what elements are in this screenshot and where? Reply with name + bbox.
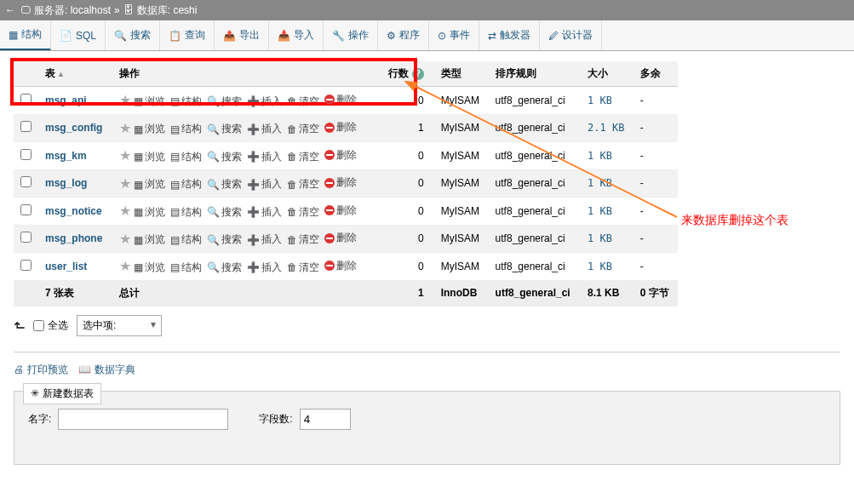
tab-structure[interactable]: ▦结构	[0, 20, 51, 50]
browse-action[interactable]: ▦浏览	[134, 232, 165, 247]
tab-query[interactable]: 📋查询	[160, 20, 215, 50]
structure-action[interactable]: ▤结构	[170, 177, 202, 192]
browse-action[interactable]: ▦浏览	[134, 261, 165, 275]
with-selected-dropdown[interactable]: 选中项:	[77, 315, 162, 336]
back-arrow-icon[interactable]: ←	[3, 3, 17, 17]
favorite-star-icon[interactable]: ★	[119, 259, 131, 273]
favorite-star-icon[interactable]: ★	[119, 93, 131, 107]
table-name-input[interactable]	[58, 409, 228, 430]
structure-action[interactable]: ▤结构	[170, 150, 202, 164]
breadcrumb-db[interactable]: 数据库: ceshi	[137, 3, 198, 18]
browse-action[interactable]: ▦浏览	[134, 122, 165, 136]
tab-routines[interactable]: ⚙程序	[378, 20, 429, 50]
tab-sql[interactable]: 📄SQL	[51, 20, 106, 50]
search-action[interactable]: 🔍搜索	[207, 261, 242, 275]
empty-action[interactable]: 🗑清空	[287, 205, 319, 220]
row-checkbox[interactable]	[20, 260, 32, 271]
structure-action[interactable]: ▤结构	[170, 94, 202, 109]
table-name-link[interactable]: msg_log	[45, 177, 87, 189]
drop-action[interactable]: 删除	[324, 203, 357, 218]
table-name-link[interactable]: msg_notice	[45, 205, 102, 217]
breadcrumb-server[interactable]: 服务器: localhost	[34, 3, 111, 18]
table-name-link[interactable]: msg_km	[45, 150, 87, 162]
row-checkbox[interactable]	[20, 121, 32, 132]
favorite-star-icon[interactable]: ★	[119, 121, 131, 135]
drop-action[interactable]: 删除	[324, 231, 357, 245]
data-dictionary-link[interactable]: 📖数据字典	[78, 363, 135, 377]
insert-action[interactable]: ➕插入	[247, 122, 282, 136]
empty-action[interactable]: 🗑清空	[287, 122, 319, 136]
row-collation: utf8_general_ci	[489, 225, 581, 253]
browse-action[interactable]: ▦浏览	[134, 150, 165, 164]
row-checkbox[interactable]	[20, 176, 32, 187]
favorite-star-icon[interactable]: ★	[119, 232, 131, 246]
drop-action[interactable]: 删除	[324, 259, 357, 273]
check-all-box[interactable]	[33, 320, 44, 331]
tab-search[interactable]: 🔍搜索	[106, 20, 160, 50]
table-name-link[interactable]: msg_api	[45, 94, 87, 106]
fields-count-input[interactable]	[300, 409, 351, 430]
favorite-star-icon[interactable]: ★	[119, 176, 131, 191]
insert-action[interactable]: ➕插入	[247, 261, 282, 275]
search-action[interactable]: 🔍搜索	[207, 232, 242, 247]
row-checkbox[interactable]	[20, 149, 32, 160]
search-action[interactable]: 🔍搜索	[207, 94, 242, 109]
col-rows[interactable]: 行数 ?	[380, 61, 434, 87]
tab-operations[interactable]: 🔧操作	[324, 20, 378, 50]
favorite-star-icon[interactable]: ★	[119, 148, 131, 163]
favorite-star-icon[interactable]: ★	[119, 203, 131, 218]
drop-action[interactable]: 删除	[324, 120, 357, 135]
col-size[interactable]: 大小	[581, 61, 633, 87]
tab-events[interactable]: ⊙事件	[429, 20, 479, 50]
structure-icon: ▤	[170, 206, 180, 218]
insert-action[interactable]: ➕插入	[247, 177, 282, 192]
table-name-link[interactable]: user_list	[45, 261, 87, 272]
tab-triggers[interactable]: ⇄触发器	[479, 20, 540, 50]
row-checkbox[interactable]	[20, 232, 32, 243]
tab-export[interactable]: 📤导出	[215, 20, 269, 50]
summary-rows: 1	[380, 280, 434, 306]
table-name-link[interactable]: msg_phone	[45, 232, 102, 244]
row-size: 1 KB	[581, 253, 633, 281]
row-overhead: -	[633, 142, 678, 170]
browse-action[interactable]: ▦浏览	[134, 205, 165, 220]
row-size: 1 KB	[581, 169, 633, 198]
print-preview-link[interactable]: 🖨打印预览	[14, 363, 68, 377]
row-checkbox[interactable]	[20, 204, 32, 215]
insert-action[interactable]: ➕插入	[247, 232, 282, 247]
structure-action[interactable]: ▤结构	[170, 122, 202, 136]
help-icon[interactable]: ?	[412, 68, 424, 80]
browse-icon: ▦	[134, 234, 143, 246]
browse-action[interactable]: ▦浏览	[134, 94, 165, 109]
search-action[interactable]: 🔍搜索	[207, 205, 242, 220]
tab-import[interactable]: 📥导入	[269, 20, 324, 50]
empty-action[interactable]: 🗑清空	[287, 261, 319, 275]
empty-action[interactable]: 🗑清空	[287, 94, 319, 109]
check-all[interactable]: 全选	[33, 318, 68, 333]
insert-action[interactable]: ➕插入	[247, 205, 282, 220]
tab-designer[interactable]: 🖉设计器	[540, 20, 602, 50]
empty-action[interactable]: 🗑清空	[287, 177, 319, 192]
structure-action[interactable]: ▤结构	[170, 205, 202, 220]
col-type[interactable]: 类型	[434, 61, 489, 87]
empty-action[interactable]: 🗑清空	[287, 150, 319, 164]
col-table[interactable]: 表▲	[38, 61, 112, 87]
structure-icon: ▤	[170, 261, 180, 273]
col-collation[interactable]: 排序规则	[489, 61, 581, 87]
empty-action[interactable]: 🗑清空	[287, 232, 319, 247]
drop-action[interactable]: 删除	[324, 148, 357, 163]
search-action[interactable]: 🔍搜索	[207, 177, 242, 192]
browse-action[interactable]: ▦浏览	[134, 177, 165, 192]
search-action[interactable]: 🔍搜索	[207, 150, 242, 164]
browse-icon: ▦	[134, 151, 143, 163]
drop-action[interactable]: 删除	[324, 93, 357, 107]
insert-action[interactable]: ➕插入	[247, 150, 282, 164]
structure-action[interactable]: ▤结构	[170, 261, 202, 275]
search-action[interactable]: 🔍搜索	[207, 122, 242, 136]
row-checkbox[interactable]	[20, 94, 32, 105]
insert-action[interactable]: ➕插入	[247, 94, 282, 109]
table-name-link[interactable]: msg_config	[45, 122, 102, 134]
drop-action[interactable]: 删除	[324, 175, 357, 190]
col-overhead[interactable]: 多余	[633, 61, 678, 87]
structure-action[interactable]: ▤结构	[170, 232, 202, 247]
